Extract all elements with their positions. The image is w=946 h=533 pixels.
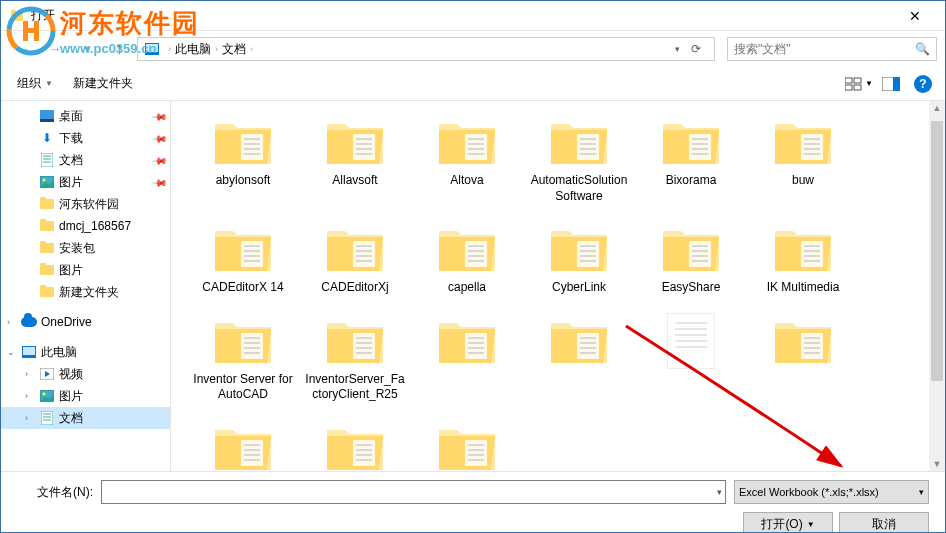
folder-item[interactable] xyxy=(747,308,859,407)
folder-label: buw xyxy=(792,173,814,189)
folder-item[interactable]: Bixorama xyxy=(635,109,747,208)
address-dropdown-icon[interactable]: ▾ xyxy=(675,44,680,54)
folder-label: CyberLink xyxy=(552,280,606,296)
pin-icon: 📌 xyxy=(152,130,168,146)
pin-icon: 📌 xyxy=(152,108,168,124)
filetype-select[interactable]: Excel Workbook (*.xls;*.xlsx)▾ xyxy=(734,480,929,504)
folder-item[interactable]: capella xyxy=(411,216,523,300)
folder-label: Inventor Server for AutoCAD xyxy=(193,372,293,403)
folder-item[interactable] xyxy=(635,308,747,407)
tree-dmcj[interactable]: dmcj_168567 xyxy=(1,215,170,237)
app-icon xyxy=(9,8,25,24)
cancel-button[interactable]: 取消 xyxy=(839,512,929,533)
folder-label: Allavsoft xyxy=(332,173,377,189)
close-button[interactable]: ✕ xyxy=(892,2,937,30)
tree-pictures[interactable]: 图片📌 xyxy=(1,171,170,193)
tree-hedong[interactable]: 河东软件园 xyxy=(1,193,170,215)
view-options[interactable]: ▼ xyxy=(845,72,873,96)
tree-thispc[interactable]: ⌄此电脑 xyxy=(1,341,170,363)
svg-rect-8 xyxy=(854,78,861,83)
preview-pane-toggle[interactable] xyxy=(877,72,905,96)
new-folder-button[interactable]: 新建文件夹 xyxy=(65,71,141,96)
folder-label: Altova xyxy=(450,173,483,189)
back-button[interactable]: ← xyxy=(9,35,37,63)
svg-rect-28 xyxy=(241,134,263,160)
folder-item[interactable]: CADEditorXj xyxy=(299,216,411,300)
tree-desktop[interactable]: 桌面📌 xyxy=(1,105,170,127)
folder-icon xyxy=(543,113,615,171)
tree-installpkg[interactable]: 安装包 xyxy=(1,237,170,259)
folder-icon xyxy=(319,419,391,471)
folder-item[interactable]: Altova xyxy=(411,109,523,208)
tree-newfolder[interactable]: 新建文件夹 xyxy=(1,281,170,303)
breadcrumb-documents[interactable]: 文档 xyxy=(222,41,246,58)
folder-item[interactable]: buw xyxy=(747,109,859,208)
organize-menu[interactable]: 组织▼ xyxy=(9,71,61,96)
collapse-icon[interactable]: ⌄ xyxy=(7,347,15,357)
folder-item[interactable] xyxy=(523,308,635,407)
folder-item[interactable]: AutomaticSolution Software xyxy=(523,109,635,208)
history-dropdown[interactable]: ▼ xyxy=(73,35,101,63)
toolbar: 组织▼ 新建文件夹 ▼ ? xyxy=(1,67,945,101)
scroll-up-icon[interactable]: ▲ xyxy=(929,103,945,113)
svg-rect-98 xyxy=(465,333,487,359)
breadcrumb-pc[interactable]: 此电脑 xyxy=(175,41,211,58)
address-bar[interactable]: › 此电脑 › 文档 › ▾ ⟳ xyxy=(137,37,715,61)
tree-documents[interactable]: 文档📌 xyxy=(1,149,170,171)
up-button[interactable]: ↑ xyxy=(105,35,133,63)
folder-label: IK Multimedia xyxy=(767,280,840,296)
folder-item[interactable] xyxy=(299,415,411,471)
scroll-down-icon[interactable]: ▼ xyxy=(929,459,945,469)
svg-rect-15 xyxy=(41,153,53,167)
folder-icon xyxy=(655,312,727,370)
folder-item[interactable] xyxy=(187,415,299,471)
folder-item[interactable]: Allavsoft xyxy=(299,109,411,208)
refresh-icon[interactable]: ⟳ xyxy=(684,42,708,56)
folder-item[interactable]: IK Multimedia xyxy=(747,216,859,300)
folder-item[interactable]: CyberLink xyxy=(523,216,635,300)
tree-pictures3[interactable]: ›图片 xyxy=(1,385,170,407)
svg-rect-12 xyxy=(893,77,900,91)
expand-icon[interactable]: › xyxy=(25,413,28,423)
svg-rect-103 xyxy=(577,333,599,359)
search-input[interactable] xyxy=(734,42,915,56)
folder-icon xyxy=(431,113,503,171)
content-area: abylonsoftAllavsoftAltovaAutomaticSoluti… xyxy=(171,101,945,471)
expand-icon[interactable]: › xyxy=(25,369,28,379)
folder-icon xyxy=(431,220,503,278)
open-button[interactable]: 打开(O)▼ xyxy=(743,512,833,533)
tree-downloads[interactable]: ⬇下载📌 xyxy=(1,127,170,149)
tree-documents2[interactable]: ›文档 xyxy=(1,407,170,429)
filename-input[interactable] xyxy=(101,480,726,504)
scrollbar-thumb[interactable] xyxy=(931,121,943,381)
folder-item[interactable] xyxy=(411,308,523,407)
folder-label: abylonsoft xyxy=(216,173,271,189)
onedrive-icon xyxy=(21,317,37,327)
computer-icon xyxy=(145,43,159,55)
folder-label: AutomaticSolution Software xyxy=(529,173,629,204)
folder-item[interactable]: EasyShare xyxy=(635,216,747,300)
folder-grid[interactable]: abylonsoftAllavsoftAltovaAutomaticSoluti… xyxy=(171,101,929,471)
folder-item[interactable]: InventorServer_FactoryClient_R25 xyxy=(299,308,411,407)
folder-item[interactable]: CADEditorX 14 xyxy=(187,216,299,300)
vertical-scrollbar[interactable]: ▲ ▼ xyxy=(929,101,945,471)
expand-icon[interactable]: › xyxy=(25,391,28,401)
search-icon[interactable]: 🔍 xyxy=(915,42,930,56)
help-button[interactable]: ? xyxy=(909,72,937,96)
tree-videos[interactable]: ›视频 xyxy=(1,363,170,385)
expand-icon[interactable]: › xyxy=(7,317,10,327)
navigation-tree[interactable]: 桌面📌 ⬇下载📌 文档📌 图片📌 河东软件园 dmcj_168567 安装包 图… xyxy=(1,101,171,471)
folder-icon xyxy=(40,265,54,275)
folder-icon xyxy=(655,220,727,278)
svg-rect-9 xyxy=(845,85,852,90)
folder-item[interactable]: Inventor Server for AutoCAD xyxy=(187,308,299,407)
tree-pictures2[interactable]: 图片 xyxy=(1,259,170,281)
search-box[interactable]: 🔍 xyxy=(727,37,937,61)
tree-onedrive[interactable]: ›OneDrive xyxy=(1,311,170,333)
svg-rect-33 xyxy=(353,134,375,160)
svg-rect-10 xyxy=(854,85,861,90)
folder-item[interactable] xyxy=(411,415,523,471)
folder-item[interactable]: abylonsoft xyxy=(187,109,299,208)
forward-button[interactable]: → xyxy=(41,35,69,63)
svg-rect-119 xyxy=(241,440,263,466)
